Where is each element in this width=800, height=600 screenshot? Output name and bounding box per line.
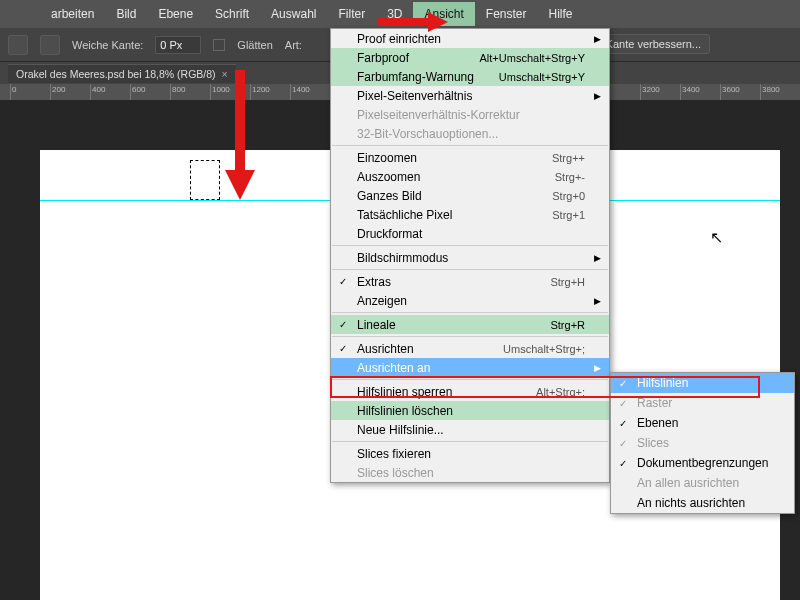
- menu-filter[interactable]: Filter: [327, 2, 376, 26]
- menu-item: Pixelseitenverhältnis-Korrektur: [331, 105, 609, 124]
- menu-auswahl[interactable]: Auswahl: [260, 2, 327, 26]
- submenu-item[interactable]: ✓Hilfslinien: [611, 373, 794, 393]
- type-label: Art:: [285, 39, 302, 51]
- cursor-icon: ↖: [710, 228, 723, 247]
- smooth-label: Glätten: [237, 39, 272, 51]
- menu-ansicht[interactable]: Ansicht: [413, 2, 474, 26]
- menu-item[interactable]: ✓LinealeStrg+R: [331, 315, 609, 334]
- submenu-item: An allen ausrichten: [611, 473, 794, 493]
- menu-item[interactable]: FarbproofAlt+Umschalt+Strg+Y: [331, 48, 609, 67]
- soft-edge-label: Weiche Kante:: [72, 39, 143, 51]
- submenu-item[interactable]: ✓Dokumentbegrenzungen: [611, 453, 794, 473]
- menu-item[interactable]: AuszoomenStrg+-: [331, 167, 609, 186]
- marquee-selection: [190, 160, 220, 200]
- menu-fenster[interactable]: Fenster: [475, 2, 538, 26]
- menu-item[interactable]: Slices fixieren: [331, 444, 609, 463]
- improve-edge-button[interactable]: Kante verbessern...: [597, 34, 710, 54]
- tab-close-icon[interactable]: ×: [222, 68, 228, 80]
- menubar: arbeitenBildEbeneSchriftAuswahlFilter3DA…: [0, 0, 800, 28]
- submenu-item: ✓Raster: [611, 393, 794, 413]
- menu-item[interactable]: Bildschirmmodus▶: [331, 248, 609, 267]
- view-menu-dropdown: Proof einrichten▶FarbproofAlt+Umschalt+S…: [330, 28, 610, 483]
- menu-hilfe[interactable]: Hilfe: [538, 2, 584, 26]
- menu-item[interactable]: Pixel-Seitenverhältnis▶: [331, 86, 609, 105]
- menu-item[interactable]: Neue Hilfslinie...: [331, 420, 609, 439]
- menu-item[interactable]: Druckformat: [331, 224, 609, 243]
- menu-item[interactable]: ✓ExtrasStrg+H: [331, 272, 609, 291]
- menu-item[interactable]: Ganzes BildStrg+0: [331, 186, 609, 205]
- menu-item: Slices löschen: [331, 463, 609, 482]
- document-tab[interactable]: Orakel des Meeres.psd bei 18,8% (RGB/8) …: [8, 64, 236, 83]
- menu-bild[interactable]: Bild: [105, 2, 147, 26]
- tab-title: Orakel des Meeres.psd bei 18,8% (RGB/8): [16, 68, 216, 80]
- submenu-item[interactable]: ✓Ebenen: [611, 413, 794, 433]
- menu-item[interactable]: Ausrichten an▶: [331, 358, 609, 377]
- menu-item[interactable]: Proof einrichten▶: [331, 29, 609, 48]
- menu-item[interactable]: EinzoomenStrg++: [331, 148, 609, 167]
- menu-item[interactable]: Hilfslinien sperrenAlt+Strg+;: [331, 382, 609, 401]
- menu-item[interactable]: Farbumfang-WarnungUmschalt+Strg+Y: [331, 67, 609, 86]
- menu-3d[interactable]: 3D: [376, 2, 413, 26]
- smooth-checkbox[interactable]: [213, 39, 225, 51]
- tool-icon[interactable]: [8, 35, 28, 55]
- menu-item[interactable]: Hilfslinien löschen: [331, 401, 609, 420]
- soft-edge-input[interactable]: 0 Px: [155, 36, 201, 54]
- snap-to-submenu: ✓Hilfslinien✓Raster✓Ebenen✓Slices✓Dokume…: [610, 372, 795, 514]
- submenu-item: ✓Slices: [611, 433, 794, 453]
- menu-item[interactable]: ✓AusrichtenUmschalt+Strg+;: [331, 339, 609, 358]
- menu-arbeiten[interactable]: arbeiten: [40, 2, 105, 26]
- submenu-item[interactable]: An nichts ausrichten: [611, 493, 794, 513]
- menu-ebene[interactable]: Ebene: [147, 2, 204, 26]
- menu-item[interactable]: Anzeigen▶: [331, 291, 609, 310]
- menu-schrift[interactable]: Schrift: [204, 2, 260, 26]
- menu-item[interactable]: Tatsächliche PixelStrg+1: [331, 205, 609, 224]
- menu-item: 32-Bit-Vorschauoptionen...: [331, 124, 609, 143]
- tool-mode-icon[interactable]: [40, 35, 60, 55]
